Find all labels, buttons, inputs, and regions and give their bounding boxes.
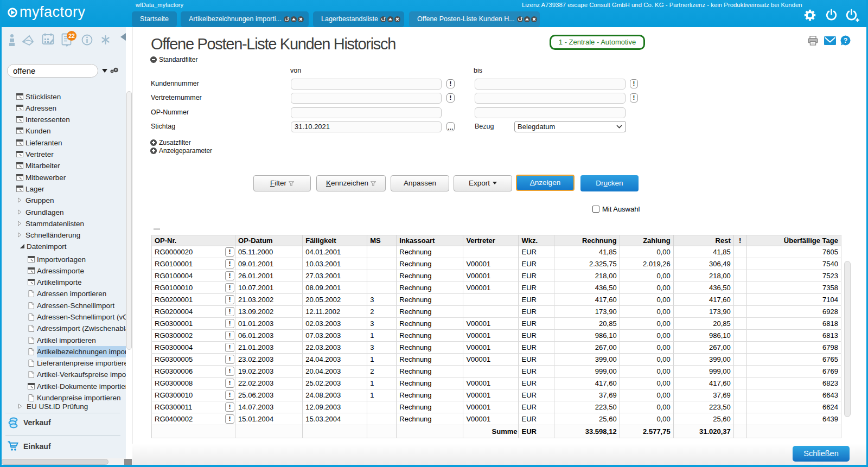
svg-text:?: ? bbox=[844, 37, 848, 44]
